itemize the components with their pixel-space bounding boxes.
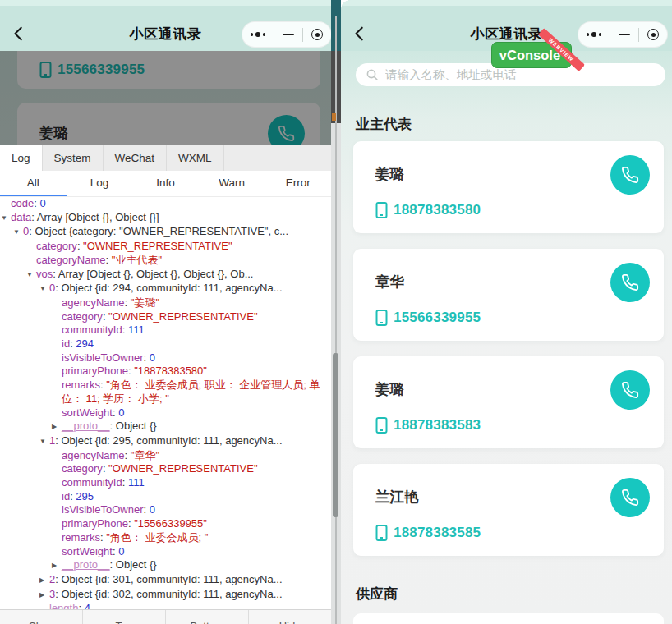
log-row: agencyName: "章华" xyxy=(0,449,328,463)
more-options-icon[interactable] xyxy=(587,32,602,37)
capsule-divider xyxy=(274,28,274,42)
log-value: Object {id: 301, communityId: 111, agenc… xyxy=(61,573,282,585)
phone-handset-icon xyxy=(621,273,639,291)
capsule-divider xyxy=(638,28,639,42)
vconsole-tool-bottom[interactable]: Bottom xyxy=(165,610,248,624)
log-value: 111 xyxy=(128,323,145,336)
log-value: "章华" xyxy=(131,449,159,461)
log-value: Array [Object {}, Object {}] xyxy=(37,211,159,223)
log-separator: : xyxy=(143,351,149,364)
log-key: communityId xyxy=(62,476,122,489)
vconsole-toolbar: ClearTopBottomHide xyxy=(0,609,331,624)
phone-row[interactable]: 18878383583 xyxy=(375,417,481,434)
log-key: __proto__ xyxy=(62,558,110,571)
phone-handset-icon xyxy=(621,166,639,184)
log-row: communityId: 111 xyxy=(0,323,328,337)
log-key: length xyxy=(49,602,78,609)
log-separator: : xyxy=(125,449,131,461)
log-separator: : xyxy=(143,503,149,516)
log-row: agencyName: "姜璐" xyxy=(0,296,328,310)
log-row: remarks: "角色： 业委会成员; " xyxy=(0,531,328,545)
vconsole-filter-all[interactable]: All xyxy=(0,171,67,196)
log-value: "角色： 业委会成员; " xyxy=(106,531,208,544)
log-row: sortWeight: 0 xyxy=(0,545,328,559)
contact-card[interactable]: 兰江艳18878383585 xyxy=(353,464,664,556)
log-value: 0 xyxy=(150,351,155,364)
call-button[interactable] xyxy=(610,263,650,302)
search-input[interactable] xyxy=(385,68,656,81)
vconsole-tool-hide[interactable]: Hide xyxy=(248,610,331,624)
phone-row[interactable]: 15566339955 xyxy=(375,310,481,326)
log-key: remarks xyxy=(62,379,100,391)
minimize-icon[interactable] xyxy=(619,34,630,36)
phone-row[interactable]: 18878383585 xyxy=(375,525,481,541)
tree-toggle-icon[interactable]: ▼ xyxy=(1,212,11,226)
tree-toggle-icon[interactable]: ▼ xyxy=(26,268,36,282)
vconsole-tool-top[interactable]: Top xyxy=(82,610,165,624)
log-key: agencyName xyxy=(62,296,125,309)
log-separator: : xyxy=(110,558,116,571)
log-key: id xyxy=(62,490,70,502)
scrollbar-marker xyxy=(332,113,336,121)
vconsole-filter-warn[interactable]: Warn xyxy=(199,171,265,196)
mobile-phone-icon xyxy=(375,310,388,326)
tree-toggle-icon[interactable]: ▶ xyxy=(39,589,49,603)
scrollbar-thumb[interactable] xyxy=(333,353,338,517)
log-row: categoryName: "业主代表" xyxy=(0,254,328,268)
tree-toggle-icon[interactable]: ▶ xyxy=(39,574,49,588)
log-key: isVisibleToOwner xyxy=(62,351,143,364)
vconsole-filter-log[interactable]: Log xyxy=(67,171,133,196)
log-row: ▼data: Array [Object {}, Object {}] xyxy=(0,211,328,226)
exit-record-icon[interactable] xyxy=(311,29,323,40)
log-key: primaryPhone xyxy=(62,517,128,530)
phone-row[interactable]: 18878383580 xyxy=(375,202,481,218)
vconsole-tab-log[interactable]: Log xyxy=(0,145,43,171)
vconsole-tab-wxml[interactable]: WXML xyxy=(167,145,224,171)
left-phone-screen: 15566339955 姜璐 小区通讯录 xyxy=(0,0,331,624)
log-separator: : xyxy=(110,420,116,432)
minimize-icon[interactable] xyxy=(283,34,294,36)
contact-card[interactable] xyxy=(353,613,664,624)
vconsole-filter-info[interactable]: Info xyxy=(132,171,199,196)
mobile-phone-icon xyxy=(375,202,388,218)
log-row: code: 0 xyxy=(0,197,328,211)
vconsole-tool-clear[interactable]: Clear xyxy=(0,610,82,624)
vconsole-entry-button[interactable]: vConsole WEBVIEW xyxy=(491,42,572,68)
call-button[interactable] xyxy=(610,370,650,410)
log-value: 111 xyxy=(128,476,145,489)
log-key: category xyxy=(36,240,77,252)
log-row: ▼0: Object {category: "OWNER_REPRESENTAT… xyxy=(0,225,328,240)
tree-toggle-icon[interactable]: ▼ xyxy=(39,282,49,296)
exit-record-icon[interactable] xyxy=(647,29,659,40)
log-row: length: 4 xyxy=(0,602,328,609)
log-row: category: "OWNER_REPRESENTATIVE" xyxy=(0,240,328,254)
contact-card[interactable]: 章华15566339955 xyxy=(353,249,664,341)
phone-handset-icon xyxy=(621,489,639,507)
log-value: 4 xyxy=(85,602,90,609)
vconsole-tab-wechat[interactable]: WeChat xyxy=(104,145,168,171)
log-row: remarks: "角色： 业委会成员; 职业： 企业管理人员; 单位： 11;… xyxy=(0,379,328,406)
capsule-menu xyxy=(578,21,668,48)
vconsole-filter-error[interactable]: Error xyxy=(265,171,331,196)
vconsole-log-tree[interactable]: code: 0▼data: Array [Object {}, Object {… xyxy=(0,197,328,609)
tree-toggle-icon[interactable]: ▼ xyxy=(39,435,49,449)
window-divider xyxy=(331,0,341,624)
tree-toggle-icon[interactable]: ▼ xyxy=(13,226,23,240)
log-value: "18878383580" xyxy=(134,365,207,377)
more-options-icon[interactable] xyxy=(251,32,266,37)
log-row: ▼vos: Array [Object {}, Object {}, Objec… xyxy=(0,268,328,282)
phone-handset-icon xyxy=(621,381,639,399)
contact-card[interactable]: 姜璐18878383583 xyxy=(353,356,664,448)
contact-card[interactable]: 姜璐18878383580 xyxy=(353,141,664,233)
tree-toggle-icon[interactable]: ▶ xyxy=(52,559,62,573)
call-button[interactable] xyxy=(610,478,650,517)
tree-toggle-icon[interactable]: ▶ xyxy=(52,420,62,434)
vconsole-tab-system[interactable]: System xyxy=(43,145,104,171)
mobile-phone-icon xyxy=(375,525,388,541)
log-value: Object {} xyxy=(116,558,157,571)
left-navbar: 小区通讯录 xyxy=(0,0,331,51)
log-row: isVisibleToOwner: 0 xyxy=(0,351,328,365)
call-button[interactable] xyxy=(610,155,650,195)
log-value: "业主代表" xyxy=(112,254,162,266)
scrollbar-track[interactable] xyxy=(335,16,337,624)
